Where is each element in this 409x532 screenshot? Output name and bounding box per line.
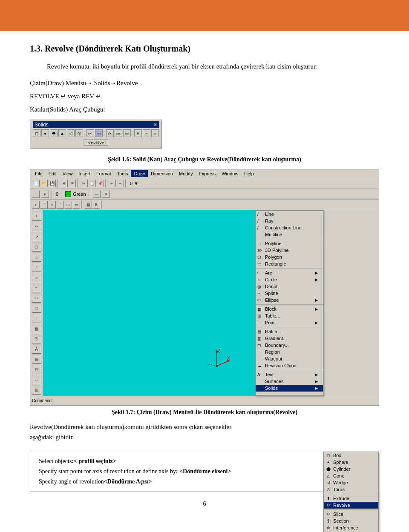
menu-item-hatch[interactable]: ▤Hatch... [256,328,323,335]
lt-line[interactable]: / [32,212,41,221]
menu-item-polyline[interactable]: →Polyline [256,240,323,247]
tb-print[interactable]: 🖨 [60,180,68,187]
tb-properties[interactable]: P [41,190,49,198]
tb-torus-icon[interactable]: ◎ [75,129,83,137]
menu-item-3dpolyline[interactable]: 3D3D Polyline [256,247,323,254]
menu-item-rectangle[interactable]: ▭Rectangle [256,260,323,267]
menu-view[interactable]: View [60,170,76,177]
menu-item-construction[interactable]: /Construction Line [256,224,323,231]
tb-line[interactable]: / [32,201,40,209]
tb-polyline[interactable]: ⌒ [40,201,48,209]
lt-arc3[interactable]: ◜ [32,263,41,272]
tb-revolve-icon[interactable]: rev [95,129,103,137]
menu-draw[interactable]: Draw [131,170,148,177]
submenu-torus[interactable]: ◎Torus [324,486,378,493]
tb-linetype[interactable]: — [93,190,101,198]
menu-file[interactable]: File [32,170,46,177]
revolve-button[interactable]: Revolve [84,139,108,146]
tb-triangle-icon[interactable]: ▲ [58,129,66,137]
menu-item-revision-cloud[interactable]: ☁Revision Cloud [256,362,323,369]
lt-region[interactable]: ® [32,334,41,343]
tb-cut[interactable]: ✂ [80,180,88,187]
tb-new[interactable]: 📄 [32,180,40,187]
submenu-box[interactable]: ◻Box [324,452,378,459]
menu-modify[interactable]: Modify [176,170,196,177]
tb-paste[interactable]: 📌 [96,180,104,187]
tb-redo[interactable]: ↪ [116,180,124,187]
lt-spline[interactable]: ~ [32,283,41,292]
tb-block[interactable]: B [92,201,100,209]
menu-item-donut[interactable]: ◎Donut [256,283,323,290]
submenu-section[interactable]: §Section [324,518,378,524]
submenu-interference[interactable]: ⊕Interference [324,524,378,531]
menu-item-ray[interactable]: /Ray [256,217,323,224]
menu-dimension[interactable]: Dimension [148,170,176,177]
menu-item-boundary[interactable]: ◻Boundary... [256,342,323,349]
tb-save[interactable]: 💾 [48,180,56,187]
lt-xline[interactable]: ✏ [32,222,41,231]
menu-item-spline[interactable]: ~Spline [256,290,323,297]
menu-item-point[interactable]: ·Point ▶ [256,319,323,326]
tb-section-icon[interactable]: sec [115,129,122,137]
menu-help[interactable]: Help [241,170,257,177]
menu-item-multiline[interactable]: Multiline [256,231,323,238]
tb-union-icon[interactable]: ∪ [134,129,142,137]
submenu-sphere[interactable]: ●Sphere [324,459,378,466]
tb-hatch[interactable]: ▦ [84,201,92,209]
tb-circle[interactable]: ○ [48,201,56,209]
tb-rect[interactable]: ▭ [72,201,80,209]
tb-preview[interactable]: 👁 [68,180,76,187]
lt-ellipse2[interactable]: ⬭ [32,293,41,303]
lt-polygon[interactable]: ⬡ [32,242,41,252]
menu-item-block[interactable]: ▦Block ▶ [256,306,323,312]
close-icon[interactable]: ✕ [153,122,157,128]
lt-table[interactable]: ⊟ [32,365,41,374]
submenu-revolve[interactable]: ↻Revolve [324,502,378,509]
lt-point[interactable]: · [32,314,41,323]
tb-undo[interactable]: ↩ [108,180,116,187]
lt-rect2[interactable]: ▭ [32,252,41,262]
menu-item-circle[interactable]: ○Circle ▶ [256,276,323,283]
tb-subtract-icon[interactable]: − [143,129,150,137]
submenu-cylinder[interactable]: ⬤Cylinder [324,466,378,472]
tb-arc2[interactable]: ◜ [56,201,64,209]
menu-item-line[interactable]: /Line [256,211,323,217]
menu-window[interactable]: Window [219,170,241,177]
tb-lineweight[interactable]: ≡ [102,190,110,198]
lt-insert[interactable]: ⊞ [32,355,41,364]
lt-circle2[interactable]: ○ [32,273,41,282]
menu-insert[interactable]: Insert [75,170,93,177]
menu-item-surfaces[interactable]: Surfaces ▶ [256,378,323,385]
tb-open[interactable]: 📂 [40,180,48,187]
tb-sphere-icon[interactable]: ● [41,129,49,137]
menu-edit[interactable]: Edit [46,170,60,177]
lt-polyline2[interactable]: ↗ [32,232,41,241]
lt-grid[interactable]: ⊞ [32,385,41,395]
tb-intersect-icon[interactable]: ∩ [151,129,159,137]
submenu-slice[interactable]: ✂Slice [324,511,378,518]
tb-wedge-icon[interactable]: ◁ [67,129,75,137]
menu-item-region[interactable]: Region [256,349,323,355]
lt-block2[interactable]: □ [32,303,41,313]
submenu-cone[interactable]: △Cone [324,472,378,479]
lt-text[interactable]: A [32,344,41,354]
tb-box-icon[interactable]: ◻ [33,129,40,137]
menu-item-text[interactable]: AText ▶ [256,371,323,378]
tb-layer[interactable]: L [32,190,40,198]
menu-tools[interactable]: Tools [114,170,131,177]
menu-item-solids[interactable]: Solids ▶ [256,385,323,392]
menu-item-table[interactable]: ⊞Table... [256,312,323,319]
lt-hatch2[interactable]: ▦ [32,324,41,333]
layer-dropdown[interactable]: 0 ▼ [128,181,140,186]
tb-extrude-icon[interactable]: ext [86,129,94,137]
submenu-wedge[interactable]: ◁Wedge [324,479,378,486]
menu-express[interactable]: Express [196,170,219,177]
menu-item-arc[interactable]: ◜Arc ▶ [256,269,323,276]
tb-ellipse[interactable]: ⬭ [64,201,72,209]
menu-item-wipeout[interactable]: Wipeout [256,355,323,362]
menu-format[interactable]: Format [93,170,114,177]
menu-item-gradient[interactable]: ▥Gradient... [256,335,323,342]
tb-copy[interactable]: 📋 [88,180,96,187]
tb-cylinder-icon[interactable]: ⬬ [50,129,58,137]
submenu-extrude[interactable]: ⬆Extrude [324,495,378,502]
